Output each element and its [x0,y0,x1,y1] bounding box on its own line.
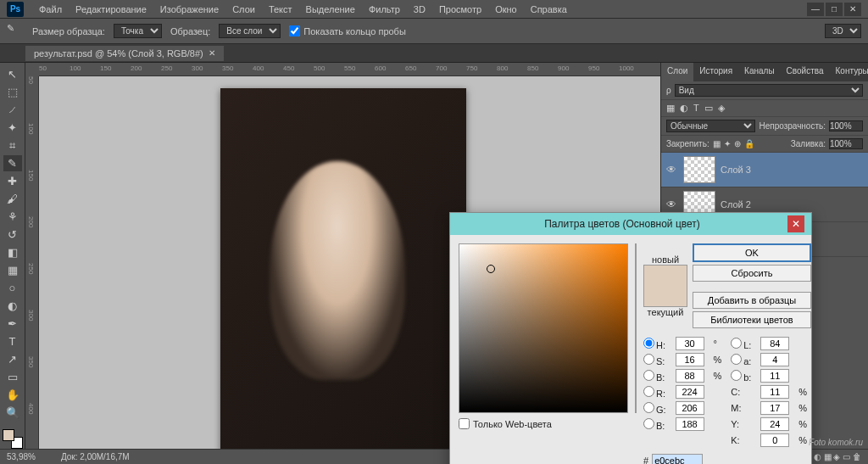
gradient-tool[interactable]: ▦ [3,262,22,278]
panel-tab-Слои[interactable]: Слои [661,63,693,81]
visibility-icon[interactable]: 👁 [666,198,678,210]
layer-name: Слой 2 [721,199,751,210]
g-input[interactable] [676,401,704,415]
hue-slider[interactable] [635,243,637,413]
c-input[interactable] [760,385,789,399]
brush-tool[interactable]: 🖌 [3,191,22,207]
menu-Файл[interactable]: Файл [32,4,69,14]
menu-Справка[interactable]: Справка [524,4,574,14]
a-input[interactable] [760,353,789,366]
menu-Выделение[interactable]: Выделение [299,4,362,14]
eyedropper-tool[interactable]: ✎ [3,155,22,171]
m-input[interactable] [760,401,789,415]
panel-tab-История[interactable]: История [693,63,738,81]
new-color-swatch [644,266,687,286]
color-picker-dialog: Палитра цветов (Основной цвет) ✕ Только … [449,212,812,464]
panel-tab-Каналы[interactable]: Каналы [738,63,781,81]
type-tool[interactable]: T [3,333,22,349]
maximize-button[interactable]: □ [826,3,843,16]
menu-Окно[interactable]: Окно [488,4,524,14]
blend-mode-select[interactable]: Обычные [666,120,755,132]
layer-thumb [683,156,715,183]
panel-tab-Контуры[interactable]: Контуры [830,63,868,81]
ruler-corner [25,63,39,76]
lock-pixels-icon[interactable]: ▦ [713,139,721,148]
dodge-tool[interactable]: ◐ [3,298,22,314]
move-tool[interactable]: ↖ [3,66,22,82]
dialog-titlebar[interactable]: Палитра цветов (Основной цвет) ✕ [450,213,811,235]
k-input[interactable] [760,433,789,447]
shape-filter-icon[interactable]: ▭ [704,103,713,114]
options-bar: ✎ Размер образца: Точка Образец: Все сло… [0,19,868,44]
eraser-tool[interactable]: ◧ [3,244,22,260]
adjust-filter-icon[interactable]: ◐ [680,103,688,114]
zoom-level[interactable]: 53,98% [7,452,36,461]
workspace-select[interactable]: 3D [825,24,861,38]
layer-filter-select[interactable]: Вид [675,84,863,97]
document-tab[interactable]: результат.psd @ 54% (Слой 3, RGB/8#) ✕ [25,46,224,61]
image-filter-icon[interactable]: ▦ [666,103,675,114]
panel-tab-Свойства[interactable]: Свойства [781,63,830,81]
menubar: Ps ФайлРедактированиеИзображениеСлоиТекс… [0,0,868,19]
sample-source-select[interactable]: Все слои [219,24,281,38]
sample-size-select[interactable]: Точка [114,24,162,38]
menu-Слои[interactable]: Слои [225,4,262,14]
cancel-button[interactable]: Сбросить [693,265,811,282]
l-input[interactable] [760,337,789,350]
add-swatch-button[interactable]: Добавить в образцы [693,292,811,309]
r-input[interactable] [676,385,704,399]
current-color-swatch[interactable] [644,286,687,306]
s-input[interactable] [676,353,704,366]
fill-input[interactable] [829,138,863,149]
menu-Фильтр[interactable]: Фильтр [362,4,407,14]
document-canvas[interactable] [220,88,466,449]
blue-input[interactable] [676,417,704,431]
color-libraries-button[interactable]: Библиотеки цветов [693,311,811,328]
lock-move-icon[interactable]: ⊕ [734,139,741,148]
dialog-close-button[interactable]: ✕ [787,215,804,232]
foreground-color-swatch[interactable] [3,429,14,441]
type-filter-icon[interactable]: T [693,103,699,114]
sat-cursor [487,265,495,273]
web-only-checkbox[interactable]: Только Web-цвета [459,418,628,429]
pen-tool[interactable]: ✒ [3,316,22,332]
visibility-icon[interactable]: 👁 [666,164,678,176]
path-tool[interactable]: ↗ [3,351,22,367]
stamp-tool[interactable]: ⚘ [3,209,22,225]
crop-tool[interactable]: ⌗ [3,137,22,154]
shape-tool[interactable]: ▭ [3,369,22,385]
menu-Текст[interactable]: Текст [262,4,299,14]
lock-all-icon[interactable]: 🔒 [744,139,754,148]
lab-b-input[interactable] [760,369,789,383]
hand-tool[interactable]: ✋ [3,387,22,403]
menu-Редактирование[interactable]: Редактирование [69,4,153,14]
minimize-button[interactable]: — [807,3,824,16]
wand-tool[interactable]: ✦ [3,120,22,136]
ok-button[interactable]: OK [693,243,811,262]
y-input[interactable] [760,417,789,431]
history-brush-tool[interactable]: ↺ [3,226,22,243]
lasso-tool[interactable]: ⟋ [3,102,22,118]
layer-row[interactable]: 👁Слой 3 [661,153,868,187]
menu-Просмотр[interactable]: Просмотр [432,4,488,14]
heal-tool[interactable]: ✚ [3,173,22,189]
blur-tool[interactable]: ○ [3,280,22,296]
saturation-field[interactable] [459,243,628,413]
color-swatches[interactable] [3,429,23,449]
show-ring-checkbox[interactable]: Показать кольцо пробы [289,25,406,36]
sample-size-label: Размер образца: [32,26,105,36]
sample-source-label: Образец: [170,26,210,36]
opacity-input[interactable] [829,120,863,131]
lock-position-icon[interactable]: ✦ [724,139,731,148]
hex-input[interactable] [652,454,703,464]
watermark: Foto komok.ru [809,438,863,447]
smart-filter-icon[interactable]: ◈ [718,103,725,114]
h-input[interactable] [676,337,704,350]
b-input[interactable] [676,369,704,383]
marquee-tool[interactable]: ⬚ [3,84,22,100]
close-button[interactable]: ✕ [844,3,861,16]
menu-Изображение[interactable]: Изображение [153,4,225,14]
zoom-tool[interactable]: 🔍 [3,405,22,421]
close-tab-icon[interactable]: ✕ [209,48,215,58]
menu-3D[interactable]: 3D [407,4,432,14]
